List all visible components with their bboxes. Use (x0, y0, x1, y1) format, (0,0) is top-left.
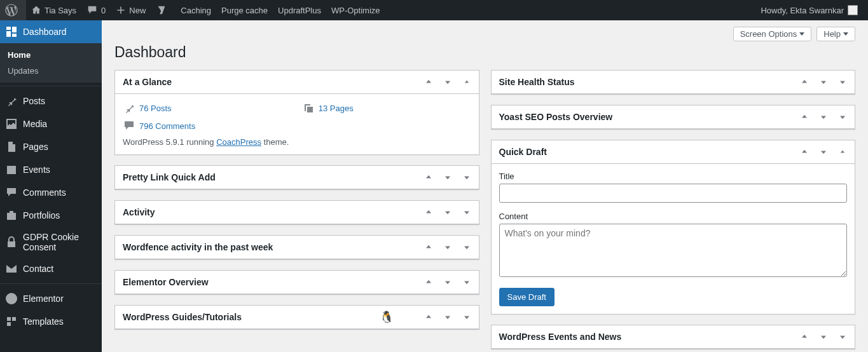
toolbar-link-caching[interactable]: Caching (176, 0, 216, 20)
panel-move-up[interactable] (419, 236, 438, 259)
panel-title: WordPress Guides/Tutorials (115, 306, 380, 328)
menu-posts[interactable]: Posts (0, 90, 102, 112)
dashboard-right-column: Site Health Status Yoast SEO Posts Overv… (491, 70, 856, 352)
panel-move-up[interactable] (795, 325, 814, 348)
draft-title-label: Title (499, 172, 848, 181)
dashboard-icon (5, 25, 18, 38)
media-icon (5, 118, 18, 130)
yoast-icon (156, 4, 167, 16)
panel-move-up[interactable] (419, 71, 438, 93)
new-content-link[interactable]: New (111, 0, 151, 20)
help-button[interactable]: Help (816, 27, 855, 41)
panel-wp-events: WordPress Events and News (491, 325, 856, 349)
menu-media[interactable]: Media (0, 112, 102, 135)
toolbar-link-updraft[interactable]: UpdraftPlus (273, 0, 326, 20)
panel-toggle[interactable] (457, 271, 476, 294)
panel-toggle[interactable] (457, 236, 476, 259)
panel-move-up[interactable] (419, 201, 438, 224)
site-name-label: Tia Says (45, 6, 76, 15)
lock-icon (5, 236, 18, 248)
screen-options-button[interactable]: Screen Options (733, 27, 812, 41)
panel-toggle[interactable] (457, 166, 476, 189)
panel-move-up[interactable] (419, 166, 438, 189)
glance-comments-link[interactable]: 796 Comments (123, 119, 195, 132)
menu-contact[interactable]: Contact (0, 257, 102, 280)
panel-move-up[interactable] (795, 71, 814, 93)
panel-move-down[interactable] (438, 271, 457, 294)
submenu-updates[interactable]: Updates (0, 63, 102, 79)
save-draft-button[interactable]: Save Draft (499, 288, 555, 306)
comments-icon (5, 186, 18, 199)
panel-toggle[interactable] (833, 140, 852, 163)
panel-move-down[interactable] (814, 325, 833, 348)
panel-move-down[interactable] (814, 71, 833, 93)
account-link[interactable]: Howdy, Ekta Swarnkar (755, 0, 863, 20)
caret-up-icon (462, 77, 472, 87)
panel-toggle[interactable] (457, 201, 476, 224)
menu-elementor[interactable]: Elementor (0, 287, 102, 310)
panel-toggle[interactable] (833, 71, 852, 93)
panel-toggle[interactable] (457, 71, 476, 93)
panel-move-up[interactable] (795, 140, 814, 163)
draft-content-textarea[interactable] (499, 224, 848, 277)
panel-wordfence: Wordfence activity in the past week (114, 235, 479, 260)
panel-toggle[interactable] (457, 306, 476, 328)
panel-elementor-overview: Elementor Overview (114, 270, 479, 295)
pin-icon (5, 95, 18, 107)
pin-icon (123, 102, 135, 114)
draft-title-input[interactable] (499, 184, 848, 203)
panel-move-down[interactable] (438, 71, 457, 93)
wp-logo[interactable] (0, 0, 26, 20)
panel-move-down[interactable] (814, 105, 833, 128)
admin-sidebar: Dashboard Home Updates Posts Media Pages… (0, 20, 102, 352)
theme-link[interactable]: CoachPress (216, 137, 261, 147)
panel-move-up[interactable] (419, 271, 438, 294)
glance-pages-link[interactable]: 13 Pages (302, 102, 471, 114)
plus-icon (116, 5, 126, 15)
menu-dashboard[interactable]: Dashboard (0, 20, 102, 43)
new-label: New (129, 6, 146, 15)
draft-content-label: Content (499, 212, 848, 221)
panel-move-down[interactable] (438, 306, 457, 328)
toolbar-link-wpoptimize[interactable]: WP-Optimize (326, 0, 385, 20)
panel-move-down[interactable] (814, 140, 833, 163)
comment-icon (86, 4, 98, 16)
chevron-up-icon (424, 77, 434, 87)
submenu-home[interactable]: Home (0, 47, 102, 63)
mail-icon (5, 262, 18, 275)
panel-activity: Activity (114, 200, 479, 225)
panel-yoast-overview: Yoast SEO Posts Overview (491, 105, 856, 130)
panel-move-up[interactable] (419, 306, 438, 328)
panel-title: At a Glance (115, 71, 419, 93)
panel-site-health: Site Health Status (491, 70, 856, 95)
site-name-link[interactable]: Tia Says (26, 0, 81, 20)
panel-move-down[interactable] (438, 201, 457, 224)
comments-link[interactable]: 0 (81, 0, 111, 20)
panel-toggle[interactable] (833, 325, 852, 348)
calendar-icon (5, 163, 18, 176)
comment-count: 0 (101, 6, 106, 15)
menu-portfolios[interactable]: Portfolios (0, 204, 102, 227)
yoast-link[interactable] (151, 0, 176, 20)
menu-templates[interactable]: Templates (0, 310, 102, 333)
wp-version-text: WordPress 5.9.1 running CoachPress theme… (123, 137, 471, 147)
panel-toggle[interactable] (833, 105, 852, 128)
panel-move-up[interactable] (795, 105, 814, 128)
menu-events[interactable]: Events (0, 158, 102, 181)
panel-title: Pretty Link Quick Add (115, 166, 419, 189)
copy-icon (302, 102, 315, 114)
comment-icon (123, 119, 135, 132)
toolbar-link-purge[interactable]: Purge cache (216, 0, 273, 20)
menu-pages[interactable]: Pages (0, 135, 102, 158)
howdy-text: Howdy, Ekta Swarnkar (761, 6, 844, 15)
panel-title: Activity (115, 201, 419, 224)
elementor-icon (5, 292, 18, 305)
avatar (848, 5, 858, 15)
panel-title: Elementor Overview (115, 271, 419, 294)
panel-move-down[interactable] (438, 166, 457, 189)
admin-toolbar: Tia Says 0 New Caching Purge cache Updra… (0, 0, 868, 20)
menu-gdpr[interactable]: GDPR Cookie Consent (0, 227, 102, 257)
menu-comments[interactable]: Comments (0, 181, 102, 204)
glance-posts-link[interactable]: 76 Posts (123, 102, 292, 114)
panel-move-down[interactable] (438, 236, 457, 259)
